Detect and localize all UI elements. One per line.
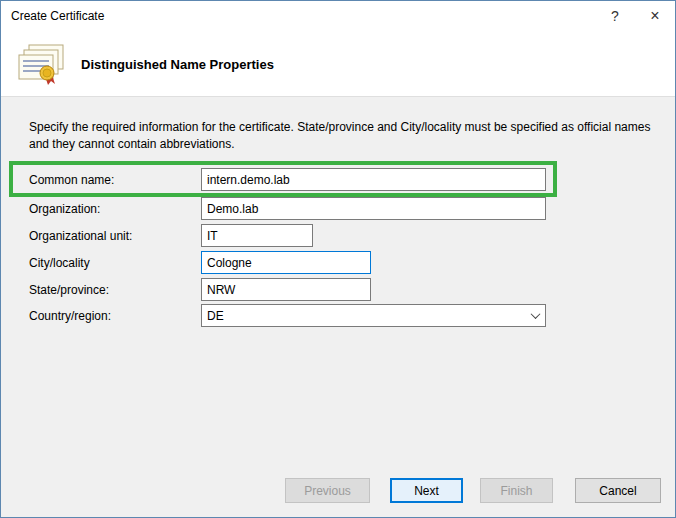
- organizational-unit-input[interactable]: [201, 224, 313, 247]
- previous-button: Previous: [285, 478, 370, 503]
- country-region-value: DE: [207, 309, 224, 323]
- state-province-label: State/province:: [29, 283, 109, 297]
- common-name-input[interactable]: [201, 168, 546, 191]
- page-title: Distinguished Name Properties: [81, 57, 274, 72]
- window-title: Create Certificate: [1, 9, 104, 23]
- dialog-header: Distinguished Name Properties: [1, 31, 675, 97]
- country-region-select[interactable]: DE: [201, 304, 546, 327]
- title-bar[interactable]: Create Certificate ? ×: [1, 1, 675, 31]
- country-region-label: Country/region:: [29, 309, 111, 323]
- titlebar-buttons: ? ×: [595, 1, 675, 31]
- city-locality-label: City/locality: [29, 256, 90, 270]
- city-locality-input[interactable]: [201, 251, 371, 274]
- create-certificate-dialog: Create Certificate ? × Distinguished Nam…: [0, 0, 676, 518]
- help-button[interactable]: ?: [595, 1, 635, 31]
- state-province-input[interactable]: [201, 278, 371, 301]
- organizational-unit-label: Organizational unit:: [29, 229, 132, 243]
- instruction-text: Specify the required information for the…: [29, 119, 651, 153]
- close-button[interactable]: ×: [635, 1, 675, 31]
- chevron-down-icon: [525, 305, 545, 326]
- cancel-button[interactable]: Cancel: [575, 478, 661, 503]
- next-button[interactable]: Next: [390, 478, 463, 503]
- organization-input[interactable]: [201, 197, 546, 220]
- common-name-label: Common name:: [29, 173, 114, 187]
- organization-label: Organization:: [29, 202, 100, 216]
- finish-button: Finish: [480, 478, 553, 503]
- certificates-stack-icon: [17, 43, 69, 87]
